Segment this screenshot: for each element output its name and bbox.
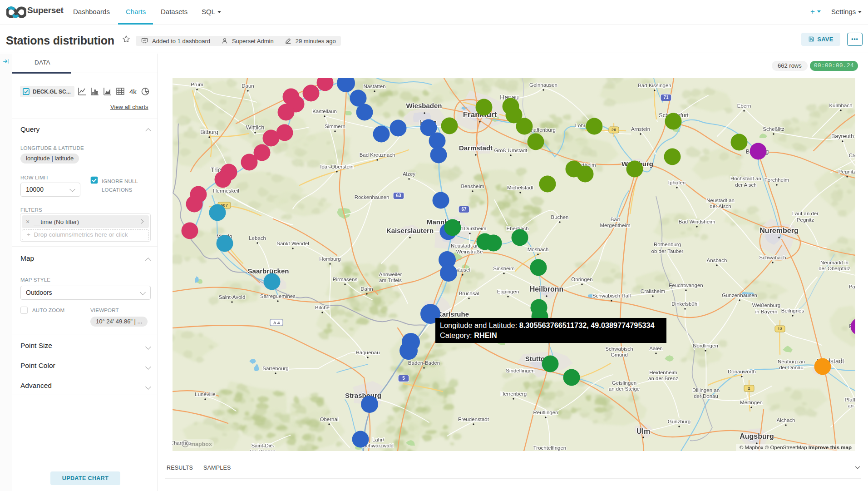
svg-text:am Trifels: am Trifels	[379, 278, 402, 283]
svg-text:Nördlingen: Nördlingen	[693, 343, 718, 348]
svg-text:13: 13	[778, 326, 783, 331]
svg-text:Pegnitz: Pegnitz	[797, 217, 814, 223]
svg-text:Scheßlitz: Scheßlitz	[763, 126, 784, 132]
svg-text:Dinkelsbühl: Dinkelsbühl	[671, 301, 698, 307]
svg-text:Bad Windsheim: Bad Windsheim	[679, 219, 715, 224]
svg-text:4k: 4k	[129, 88, 137, 95]
svg-text:Nuremberg: Nuremberg	[760, 227, 798, 234]
svg-text:Haguenau: Haguenau	[355, 350, 380, 355]
svg-text:Pfaffenhofen: Pfaffenhofen	[844, 397, 855, 402]
svg-text:Sarreguemines: Sarreguemines	[260, 293, 296, 299]
svg-text:Michelstadt: Michelstadt	[507, 185, 534, 190]
svg-text:Rockenhausen: Rockenhausen	[355, 194, 390, 200]
svg-text:Bad Kissingen: Bad Kissingen	[638, 83, 671, 88]
svg-text:Alzey: Alzey	[403, 171, 415, 177]
svg-text:Obernai: Obernai	[320, 417, 339, 422]
svg-text:Bensheim: Bensheim	[461, 184, 484, 189]
svg-text:Saint-Avold: Saint-Avold	[219, 294, 246, 300]
svg-text:Meitingen: Meitingen	[740, 400, 763, 405]
svg-text:der Aisch: der Aisch	[710, 203, 731, 209]
svg-text:Creußen: Creußen	[849, 153, 855, 158]
svg-text:der Oberpfalz: der Oberpfalz	[819, 266, 850, 271]
svg-text:Neuburg an: Neuburg an	[778, 359, 805, 364]
svg-text:an der Ilm: an der Ilm	[848, 403, 855, 408]
svg-text:Darmstadt: Darmstadt	[459, 144, 493, 152]
svg-text:Strasbourg: Strasbourg	[345, 392, 381, 399]
svg-text:67: 67	[461, 207, 467, 212]
svg-text:Gmünd: Gmünd	[611, 352, 628, 357]
svg-text:Dillingen an: Dillingen an	[692, 387, 720, 393]
svg-text:Saint-Dié-: Saint-Dié-	[251, 443, 274, 448]
svg-text:Crailsheim: Crailsheim	[641, 288, 665, 294]
svg-text:Dahn: Dahn	[360, 286, 373, 292]
svg-text:Neustadt an: Neustadt an	[706, 198, 735, 203]
svg-text:Groß-Umstadt: Groß-Umstadt	[494, 148, 528, 153]
svg-text:Prüm: Prüm	[191, 82, 203, 87]
svg-text:Mosbach: Mosbach	[528, 247, 549, 252]
svg-text:Ansbach: Ansbach	[707, 258, 727, 263]
svg-text:Bad: Bad	[611, 217, 620, 222]
svg-text:Wiesbaden: Wiesbaden	[406, 102, 442, 109]
svg-text:an der Steige: an der Steige	[609, 386, 640, 392]
svg-text:Sinsheim: Sinsheim	[493, 266, 514, 271]
svg-text:Donauwörth: Donauwörth	[728, 369, 756, 374]
svg-text:Baden-Baden: Baden-Baden	[408, 360, 440, 366]
svg-text:Hermeskeil: Hermeskeil	[213, 188, 239, 193]
svg-text:Schwabach: Schwabach	[759, 255, 786, 260]
svg-text:63: 63	[396, 193, 401, 198]
svg-text:Daun: Daun	[242, 83, 254, 89]
svg-text:Annweiler: Annweiler	[379, 272, 402, 277]
svg-text:Heilbronn: Heilbronn	[530, 285, 564, 293]
svg-text:Forchheim: Forchheim	[764, 177, 789, 183]
svg-text:Heidenheim: Heidenheim	[649, 370, 677, 375]
svg-text:Saarbrücken: Saarbrücken	[248, 267, 289, 275]
svg-text:Schwäbisch Hall: Schwäbisch Hall	[592, 293, 631, 298]
svg-text:Sankt Wendel: Sankt Wendel	[276, 241, 309, 246]
svg-text:Geislingen: Geislingen	[612, 380, 636, 386]
svg-text:Buchen: Buchen	[551, 214, 568, 220]
svg-text:Aalen: Aalen	[649, 346, 662, 351]
svg-text:Freudenstadt: Freudenstadt	[458, 417, 489, 422]
svg-text:mapbox: mapbox	[190, 441, 212, 447]
svg-text:Parsberg: Parsberg	[849, 284, 855, 289]
svg-text:Günzburg: Günzburg	[668, 419, 691, 424]
svg-text:Iphofen: Iphofen	[668, 180, 686, 185]
svg-text:Weißenburg: Weißenburg	[752, 303, 780, 308]
svg-text:Karlsruhe: Karlsruhe	[437, 310, 469, 318]
svg-text:der Aisch: der Aisch	[735, 182, 756, 188]
svg-text:Arnstein: Arnstein	[631, 126, 650, 132]
svg-text:Eppingen: Eppingen	[497, 289, 519, 294]
svg-text:an der Brenz: an der Brenz	[648, 376, 678, 381]
svg-text:häusel: häusel	[455, 267, 470, 273]
svg-text:Bitburg: Bitburg	[200, 129, 218, 135]
svg-text:Lahr/: Lahr/	[372, 437, 385, 442]
svg-text:Herrenberg: Herrenberg	[500, 391, 527, 397]
svg-text:Feuchtwangen: Feuchtwangen	[669, 283, 703, 288]
svg-text:der Donau: der Donau	[779, 365, 804, 370]
svg-text:in Bayern: in Bayern	[755, 309, 778, 314]
svg-text:Sindelfingen: Sindelfingen	[506, 368, 534, 373]
svg-text:Lauf an der: Lauf an der	[792, 211, 819, 216]
svg-text:2: 2	[748, 386, 750, 391]
svg-text:ob der Tauber: ob der Tauber	[651, 248, 684, 254]
svg-text:Kaiserslautern: Kaiserslautern	[386, 227, 434, 234]
svg-text:Beilngries: Beilngries	[781, 308, 804, 313]
svg-text:Kulmbach: Kulmbach	[829, 103, 852, 108]
svg-text:Höchstadt an: Höchstadt an	[730, 176, 761, 181]
svg-text:Wittlich: Wittlich	[246, 124, 264, 131]
svg-text:A 4: A 4	[273, 320, 280, 325]
svg-text:Lunéville: Lunéville	[195, 392, 215, 397]
svg-text:Ebern: Ebern	[737, 103, 751, 109]
svg-text:Schwäbisch: Schwäbisch	[605, 346, 633, 352]
svg-text:Idar-Oberstein: Idar-Oberstein	[320, 164, 354, 169]
svg-text:26: 26	[612, 127, 616, 132]
svg-text:5: 5	[402, 376, 405, 381]
svg-text:Gunzenhausen: Gunzenhausen	[722, 293, 757, 298]
svg-text:Lebach: Lebach	[249, 235, 266, 241]
svg-text:Kastellaun: Kastellaun	[312, 109, 337, 114]
svg-text:Gelnhausen: Gelnhausen	[529, 82, 557, 88]
svg-text:Neumarkt in: Neumarkt in	[820, 260, 848, 265]
svg-text:Rothenburg: Rothenburg	[654, 242, 681, 247]
svg-text:Reutlingen: Reutlingen	[533, 410, 558, 415]
svg-text:Bad Kreuznach: Bad Kreuznach	[360, 152, 395, 158]
